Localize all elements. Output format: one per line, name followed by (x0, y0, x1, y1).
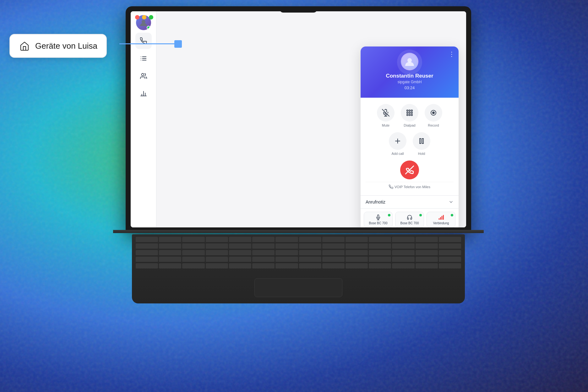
call-controls: Mute (361, 98, 459, 195)
key (439, 250, 461, 256)
key (346, 237, 368, 242)
hold-control[interactable]: Hold (413, 132, 430, 155)
dialpad-control[interactable]: Dialpad (401, 104, 418, 127)
laptop-keyboard (132, 234, 465, 303)
svg-point-7 (141, 74, 144, 76)
device-active-dot-2 (419, 214, 422, 216)
key (439, 257, 461, 262)
device-headphone[interactable]: Bose BC 700 (395, 212, 424, 227)
key (206, 250, 228, 256)
key (392, 237, 414, 242)
key (369, 237, 391, 242)
key (252, 237, 275, 242)
controls-row-2: Add call Hold (366, 132, 454, 155)
device-mic-label: Bose BC 700 (369, 221, 388, 225)
mute-control[interactable]: Mute (377, 104, 395, 127)
sidebar-item-analytics[interactable] (135, 85, 152, 102)
svg-rect-21 (411, 112, 412, 113)
add-call-button[interactable] (389, 132, 406, 150)
key (299, 243, 321, 249)
device-headphone-label: Bose BC 700 (400, 221, 419, 225)
key (182, 237, 204, 242)
laptop-notch (280, 6, 317, 13)
connector-line (119, 43, 176, 44)
key (159, 263, 181, 269)
anrufnotiz-section[interactable]: Anrufnotiz (361, 195, 459, 208)
svg-rect-24 (411, 114, 412, 116)
key (299, 237, 321, 242)
add-call-label: Add call (391, 152, 404, 155)
key (275, 237, 298, 242)
hold-label: Hold (418, 152, 425, 155)
voip-label: VOIP Telefon von Miles (366, 182, 454, 192)
key (252, 257, 275, 262)
record-button[interactable] (425, 104, 442, 122)
key (416, 250, 438, 256)
key (369, 250, 391, 256)
key (369, 243, 391, 249)
dialpad-label: Dialpad (404, 123, 415, 127)
device-connection[interactable]: Verbindung (427, 212, 455, 227)
sidebar-item-contacts[interactable] (135, 68, 152, 84)
dialpad-button[interactable] (401, 104, 418, 122)
svg-rect-29 (420, 139, 421, 144)
maximize-button[interactable] (149, 15, 153, 19)
svg-rect-20 (409, 112, 410, 113)
key (136, 250, 158, 256)
svg-rect-34 (439, 218, 440, 220)
laptop-trackpad (254, 278, 342, 297)
key (439, 243, 461, 249)
controls-row-1: Mute (366, 104, 454, 127)
key (299, 257, 321, 262)
svg-rect-23 (409, 114, 410, 116)
key (275, 243, 298, 249)
key (252, 250, 275, 256)
key (416, 237, 438, 242)
key (206, 257, 228, 262)
svg-rect-36 (442, 216, 443, 220)
tooltip-text: Geräte von Luisa (35, 41, 97, 51)
svg-rect-19 (407, 112, 408, 113)
record-control[interactable]: Record (425, 104, 442, 127)
end-call-button[interactable] (400, 161, 419, 179)
key (159, 243, 181, 249)
online-indicator (147, 26, 150, 30)
close-button[interactable] (135, 15, 139, 19)
call-menu-button[interactable]: ⋮ (449, 50, 455, 58)
mute-button[interactable] (377, 104, 395, 122)
key (229, 263, 251, 269)
laptop-hinge (113, 230, 484, 233)
key (275, 257, 298, 262)
device-row: Bose BC 700 Bose BC 700 (361, 208, 459, 227)
signal-icon (438, 215, 444, 220)
key (369, 263, 391, 269)
device-connection-label: Verbindung (433, 221, 449, 225)
device-active-dot-3 (451, 214, 453, 216)
device-microphone[interactable]: Bose BC 700 (364, 212, 393, 227)
key (299, 250, 321, 256)
add-call-control[interactable]: Add call (389, 132, 406, 155)
key (416, 243, 438, 249)
key (439, 263, 461, 269)
minimize-button[interactable] (142, 15, 146, 19)
key (392, 243, 414, 249)
key (392, 257, 414, 262)
sidebar-item-phone[interactable] (135, 33, 152, 49)
svg-rect-18 (411, 110, 412, 111)
key (416, 263, 438, 269)
key (299, 263, 321, 269)
sidebar-item-calls[interactable] (135, 50, 152, 67)
key (346, 250, 368, 256)
key (182, 250, 204, 256)
key (322, 257, 345, 262)
key (182, 257, 204, 262)
keyboard-keys (132, 234, 465, 271)
key (206, 243, 228, 249)
svg-rect-16 (407, 110, 408, 111)
chevron-down-icon (449, 199, 454, 204)
hold-button[interactable] (413, 132, 430, 150)
laptop: ⋮ Constantin Reuser sipgate GmbH (113, 6, 490, 336)
key (229, 237, 251, 242)
key (136, 263, 158, 269)
key (252, 243, 275, 249)
